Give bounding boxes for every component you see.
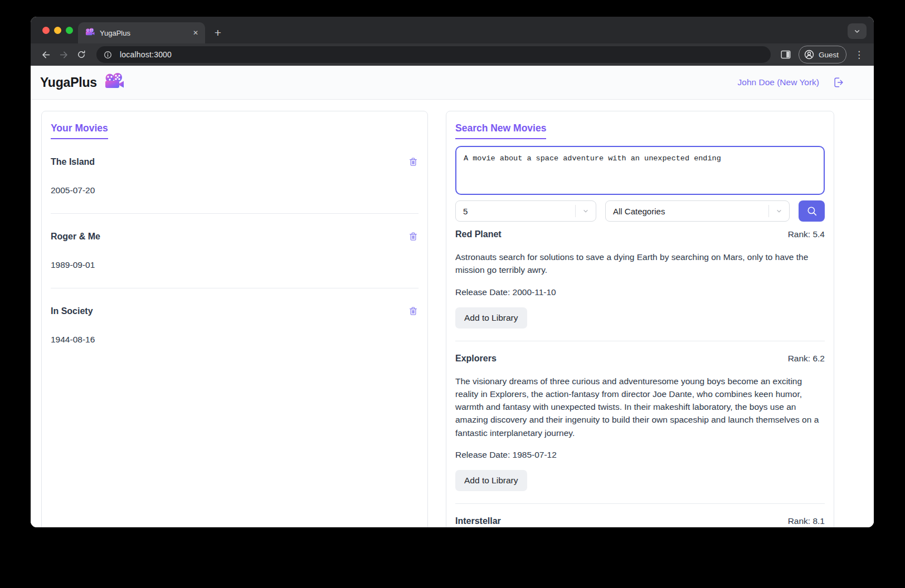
back-icon	[41, 50, 51, 60]
search-result: Red Planet Rank: 5.4 Astronauts search f…	[455, 229, 825, 329]
screenshot-stage: YugaPlus ✕ +	[0, 0, 905, 588]
movie-title: Roger & Me	[51, 232, 100, 242]
delete-movie-button[interactable]	[408, 305, 419, 317]
user-link[interactable]: John Doe (New York)	[738, 77, 819, 87]
result-description: The visionary dreams of three curious an…	[455, 375, 825, 439]
tab-title: YugaPlus	[100, 29, 187, 37]
search-result: Explorers Rank: 6.2 The visionary dreams…	[455, 354, 825, 491]
movie-camera-logo-icon	[104, 72, 124, 92]
result-release-date: Release Date: 1985-07-12	[455, 450, 825, 460]
add-to-library-button[interactable]: Add to Library	[455, 470, 527, 491]
side-panel-icon	[780, 50, 791, 60]
fullscreen-window-button[interactable]	[66, 27, 73, 34]
trash-icon	[408, 231, 419, 242]
browser-tab[interactable]: YugaPlus ✕	[78, 22, 205, 43]
window-controls	[42, 17, 73, 43]
search-panel: Search New Movies A movie about a space …	[446, 111, 834, 527]
app-header: YugaPlus	[31, 66, 874, 100]
your-movies-panel: Your Movies The Island	[41, 111, 428, 527]
search-title: Search New Movies	[455, 122, 825, 139]
divider	[455, 503, 825, 504]
trash-icon	[408, 305, 419, 317]
browser-menu-button[interactable]: ⋮	[851, 49, 867, 61]
back-button[interactable]	[37, 46, 54, 63]
logout-icon	[833, 76, 845, 89]
reload-icon	[76, 50, 86, 60]
address-bar[interactable]: localhost:3000	[96, 46, 771, 63]
profile-label: Guest	[819, 51, 839, 59]
search-result: Interstellar Rank: 8.1	[455, 516, 825, 526]
tab-strip: YugaPlus ✕ +	[31, 17, 874, 43]
delete-movie-button[interactable]	[408, 231, 419, 242]
library-movie: The Island	[51, 156, 419, 195]
add-to-library-button[interactable]: Add to Library	[455, 307, 527, 329]
chevron-down-icon	[769, 208, 789, 214]
results-limit-select[interactable]: 5	[455, 200, 596, 222]
result-rank: Rank: 5.4	[788, 229, 825, 239]
category-select[interactable]: All Categories	[605, 200, 790, 222]
url-text: localhost:3000	[120, 50, 172, 59]
movie-release-date: 1944-08-16	[51, 335, 419, 345]
library-movie: Roger & Me	[51, 231, 419, 270]
delete-movie-button[interactable]	[408, 156, 419, 168]
result-rank: Rank: 6.2	[788, 354, 825, 364]
your-movies-title: Your Movies	[51, 122, 419, 139]
category-value: All Categories	[613, 207, 665, 216]
results-limit-value: 5	[463, 207, 468, 216]
movie-release-date: 2005-07-20	[51, 185, 419, 195]
info-icon[interactable]	[101, 48, 114, 61]
main-content: Your Movies The Island	[31, 100, 874, 527]
result-title: Explorers	[455, 354, 497, 364]
result-rank: Rank: 8.1	[788, 516, 825, 526]
result-release-date: Release Date: 2000-11-10	[455, 287, 825, 297]
divider	[51, 213, 419, 214]
yugaplus-app: YugaPlus	[31, 66, 874, 527]
search-controls: 5 All Categories	[455, 200, 825, 222]
close-window-button[interactable]	[42, 27, 50, 34]
browser-window: YugaPlus ✕ +	[31, 17, 874, 527]
movie-title: The Island	[51, 157, 95, 167]
new-tab-button[interactable]: +	[210, 24, 226, 41]
result-title: Red Planet	[455, 229, 502, 239]
browser-toolbar: localhost:3000 Guest ⋮	[31, 43, 874, 66]
tab-search-button[interactable]	[848, 23, 867, 39]
result-description: Astronauts search for solutions to save …	[455, 251, 825, 277]
divider	[455, 341, 825, 341]
brand: YugaPlus	[40, 72, 124, 92]
reload-button[interactable]	[73, 46, 90, 63]
user-area: John Doe (New York)	[738, 76, 845, 89]
forward-button[interactable]	[55, 46, 72, 63]
search-query-input[interactable]: A movie about a space adventure with an …	[455, 146, 825, 195]
chevron-down-icon	[576, 208, 596, 214]
movie-release-date: 1989-09-01	[51, 260, 419, 270]
chevron-down-icon	[853, 27, 862, 36]
guest-avatar-icon	[804, 49, 815, 60]
result-title: Interstellar	[455, 516, 501, 526]
trash-icon	[408, 156, 419, 168]
search-button[interactable]	[799, 200, 825, 222]
library-movie: In Society	[51, 305, 419, 345]
divider	[51, 288, 419, 288]
forward-icon	[59, 50, 69, 60]
side-panel-button[interactable]	[777, 46, 794, 63]
search-icon	[806, 205, 818, 217]
logout-button[interactable]	[833, 76, 845, 89]
tab-close-icon[interactable]: ✕	[192, 28, 200, 37]
app-title: YugaPlus	[40, 75, 97, 90]
tab-favicon-icon	[85, 28, 95, 38]
profile-button[interactable]: Guest	[799, 46, 846, 63]
minimize-window-button[interactable]	[54, 27, 61, 34]
movie-title: In Society	[51, 306, 93, 316]
